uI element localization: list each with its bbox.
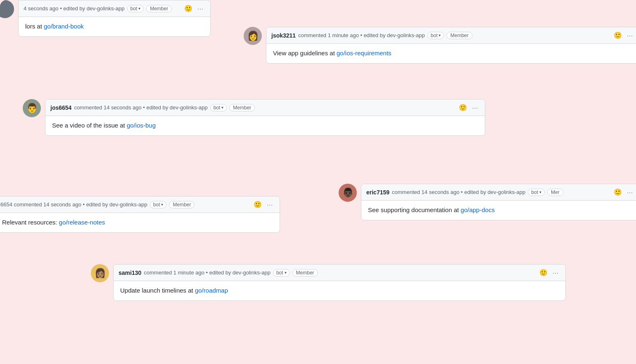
bot-label: bot	[214, 105, 221, 111]
comment-box: eric7159commented 14 seconds ago • edite…	[361, 184, 636, 220]
comment-header: jsok3211commented 1 minute ago • edited …	[266, 27, 636, 44]
more-options-button[interactable]: ···	[551, 269, 560, 277]
comment-actions: 🙂···	[613, 187, 635, 197]
comment-box: 4 seconds ago • edited by dev-golinks-ap…	[18, 0, 211, 37]
chevron-down-icon: ▾	[439, 33, 441, 38]
bot-label: bot	[131, 6, 138, 12]
emoji-reaction-button[interactable]: 🙂	[183, 4, 193, 13]
comment-author: eric7159	[366, 189, 389, 196]
avatar	[0, 0, 14, 18]
member-badge: Member	[446, 32, 472, 39]
comment-meta: 6654 commented 14 seconds ago • edited b…	[0, 201, 147, 208]
chevron-down-icon: ▾	[221, 105, 223, 110]
avatar: 👩	[244, 27, 262, 45]
bot-label: bot	[531, 189, 538, 195]
bot-badge[interactable]: bot▾	[127, 5, 144, 12]
member-badge: Member	[229, 104, 255, 111]
comment-link[interactable]: go/ios-requirements	[337, 50, 392, 57]
comment-meta: 4 seconds ago • edited by dev-golinks-ap…	[24, 5, 125, 12]
comment-box: sami130commented 1 minute ago • edited b…	[113, 264, 566, 301]
comment-actions: 🙂···	[253, 200, 275, 209]
comment-box: jsok3211commented 1 minute ago • edited …	[266, 27, 636, 64]
chevron-down-icon: ▾	[285, 270, 287, 275]
chevron-down-icon: ▾	[539, 190, 541, 194]
comment-actions: 🙂···	[183, 4, 205, 13]
bot-badge[interactable]: bot▾	[150, 201, 167, 208]
comment-header: sami130commented 1 minute ago • edited b…	[114, 265, 565, 281]
emoji-reaction-button[interactable]: 🙂	[613, 187, 623, 197]
comment-author: sami130	[119, 269, 141, 276]
comment-thread-comment-top-left: 4 seconds ago • edited by dev-golinks-ap…	[0, 0, 211, 37]
bot-label: bot	[431, 33, 438, 38]
comment-actions: 🙂···	[539, 268, 560, 277]
bot-label: bot	[276, 270, 283, 276]
more-options-button[interactable]: ···	[625, 188, 635, 196]
more-options-button[interactable]: ···	[625, 31, 635, 40]
comment-thread-comment-top-right: 👩jsok3211commented 1 minute ago • edited…	[244, 27, 636, 64]
comment-header: 6654 commented 14 seconds ago • edited b…	[0, 196, 280, 213]
bot-label: bot	[153, 202, 160, 208]
bot-badge[interactable]: bot▾	[427, 32, 444, 39]
member-badge: Member	[146, 5, 172, 12]
emoji-reaction-button[interactable]: 🙂	[613, 31, 623, 40]
comment-header: 4 seconds ago • edited by dev-golinks-ap…	[19, 0, 210, 17]
comment-meta: commented 14 seconds ago • edited by dev…	[74, 104, 207, 111]
comment-box: 6654 commented 14 seconds ago • edited b…	[0, 196, 280, 233]
comment-body: Update launch timelines at go/roadmap	[114, 281, 565, 300]
comment-body: lors at go/brand-book	[19, 17, 210, 36]
comment-box: jos6654commented 14 seconds ago • edited…	[45, 99, 485, 136]
member-badge: Mer	[547, 189, 563, 196]
bot-badge[interactable]: bot▾	[210, 104, 227, 111]
comment-header: eric7159commented 14 seconds ago • edite…	[361, 184, 636, 201]
avatar: 👩🏽	[91, 264, 109, 282]
comment-header: jos6654commented 14 seconds ago • edited…	[45, 99, 485, 116]
bot-badge[interactable]: bot▾	[528, 189, 545, 196]
comment-thread-comment-bottom: 👩🏽sami130commented 1 minute ago • edited…	[91, 264, 566, 301]
comment-meta: commented 1 minute ago • edited by dev-g…	[298, 32, 425, 38]
emoji-reaction-button[interactable]: 🙂	[539, 268, 548, 277]
more-options-button[interactable]: ···	[265, 201, 275, 209]
comment-thread-comment-middle-left: 👨jos6654commented 14 seconds ago • edite…	[23, 99, 485, 136]
comment-link[interactable]: go/app-docs	[460, 206, 495, 213]
comment-link[interactable]: go/brand-book	[44, 23, 84, 30]
comment-meta: commented 14 seconds ago • edited by dev…	[392, 189, 525, 195]
comment-link[interactable]: go/release-notes	[59, 219, 105, 226]
comment-link[interactable]: go/ios-bug	[127, 122, 156, 129]
comment-body: See a video of the issue at go/ios-bug	[45, 116, 485, 135]
comment-author: jos6654	[50, 104, 71, 111]
comment-meta: commented 1 minute ago • edited by dev-g…	[144, 269, 271, 276]
more-options-button[interactable]: ···	[196, 5, 205, 13]
comment-thread-comment-middle-right: 👨🏿eric7159commented 14 seconds ago • edi…	[339, 184, 636, 220]
chevron-down-icon: ▾	[161, 202, 163, 207]
avatar: 👨	[23, 99, 41, 117]
comment-link[interactable]: go/roadmap	[195, 287, 228, 294]
bot-badge[interactable]: bot▾	[273, 269, 290, 277]
comment-author: jsok3211	[271, 32, 296, 39]
emoji-reaction-button[interactable]: 🙂	[253, 200, 263, 209]
comment-body: Relevant resources: go/release-notes	[0, 213, 280, 232]
comment-actions: 🙂···	[458, 103, 480, 112]
comment-thread-comment-middle-left-clipped: 6654 commented 14 seconds ago • edited b…	[0, 196, 280, 233]
emoji-reaction-button[interactable]: 🙂	[458, 103, 468, 112]
avatar: 👨🏿	[339, 184, 357, 202]
more-options-button[interactable]: ···	[470, 104, 480, 112]
comment-body: See supporting documentation at go/app-d…	[361, 201, 636, 220]
member-badge: Member	[169, 201, 195, 208]
chevron-down-icon: ▾	[138, 6, 140, 11]
comment-actions: 🙂···	[613, 31, 635, 40]
comment-body: View app guidelines at go/ios-requiremen…	[266, 44, 636, 63]
member-badge: Member	[292, 269, 318, 277]
